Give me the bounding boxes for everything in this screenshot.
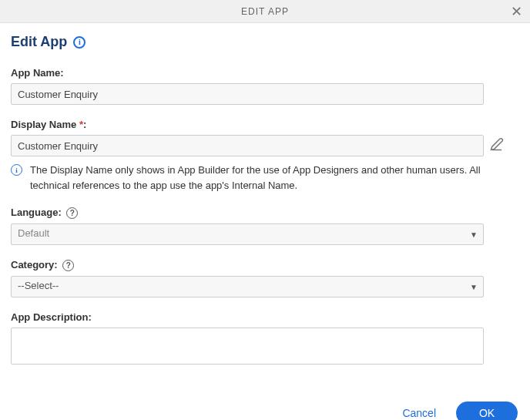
app-description-label: App Description:	[11, 311, 519, 323]
display-name-info-row: i The Display Name only shows in App Bui…	[11, 163, 519, 193]
dialog-content: Edit App i App Name: Display Name *: i T…	[0, 23, 530, 368]
display-name-info-text: The Display Name only shows in App Build…	[30, 163, 519, 193]
app-description-group: App Description:	[11, 311, 519, 368]
app-description-input[interactable]	[11, 328, 484, 365]
language-label-text: Language:	[11, 207, 62, 218]
language-select[interactable]: Default	[11, 223, 484, 245]
info-icon: i	[11, 164, 22, 176]
help-icon[interactable]: ?	[66, 207, 78, 219]
category-group: Category: ? --Select-- ▼	[11, 259, 519, 297]
display-name-input[interactable]	[11, 135, 484, 156]
language-group: Language: ? Default ▼	[11, 207, 519, 245]
category-select[interactable]: --Select--	[11, 276, 484, 297]
dialog-title: EDIT APP	[241, 6, 289, 17]
display-name-label: Display Name *:	[11, 119, 519, 130]
language-label: Language: ?	[11, 207, 519, 219]
category-label: Category: ?	[11, 259, 519, 271]
page-title: Edit App	[11, 34, 67, 50]
info-icon[interactable]: i	[73, 36, 86, 49]
display-name-row	[11, 135, 519, 156]
app-name-label: App Name:	[11, 67, 519, 79]
app-name-input[interactable]	[11, 83, 484, 105]
display-name-label-suffix: :	[83, 119, 86, 130]
help-icon[interactable]: ?	[62, 260, 74, 271]
edit-icon[interactable]	[490, 137, 504, 154]
category-label-text: Category:	[11, 259, 58, 270]
close-icon[interactable]: ✕	[511, 5, 522, 18]
dialog-header: EDIT APP ✕	[0, 0, 530, 23]
display-name-label-text: Display Name	[11, 119, 79, 130]
display-name-group: Display Name *: i The Display Name only …	[11, 119, 519, 193]
page-title-row: Edit App i	[11, 34, 519, 50]
app-name-group: App Name:	[11, 67, 519, 105]
language-select-wrapper: Default ▼	[11, 223, 484, 245]
category-select-wrapper: --Select-- ▼	[11, 276, 484, 297]
ok-button[interactable]: OK	[456, 402, 518, 420]
cancel-button[interactable]: Cancel	[402, 407, 436, 419]
dialog-footer: Cancel OK	[0, 391, 530, 420]
